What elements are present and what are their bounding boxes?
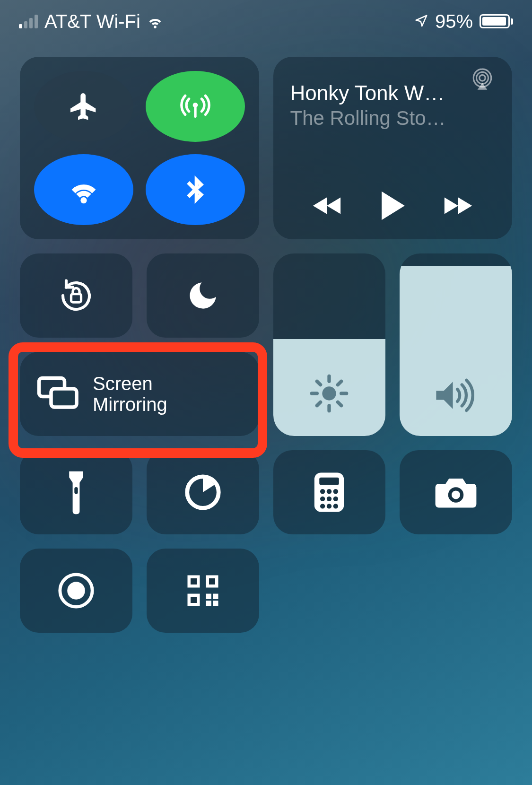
svg-rect-42 <box>209 578 215 584</box>
camera-button[interactable] <box>400 450 512 534</box>
svg-line-16 <box>338 381 341 384</box>
wifi-toggle[interactable] <box>34 154 133 225</box>
wifi-status-icon <box>147 13 163 29</box>
battery-icon <box>480 14 513 28</box>
volume-icon <box>433 376 479 416</box>
svg-point-27 <box>320 504 325 508</box>
svg-point-33 <box>67 582 85 600</box>
rewind-button[interactable] <box>310 194 343 219</box>
track-title: Honky Tonk W… <box>290 81 496 105</box>
bluetooth-toggle[interactable] <box>146 154 245 225</box>
fast-forward-button[interactable] <box>442 194 475 219</box>
screen-mirroring-icon <box>37 376 79 412</box>
svg-rect-43 <box>191 597 197 603</box>
carrier-label: AT&T Wi-Fi <box>44 11 140 32</box>
svg-point-3 <box>477 72 488 84</box>
svg-point-29 <box>333 504 338 508</box>
control-center-grid: Honky Tonk W… The Rolling Sto… Screen <box>0 43 532 652</box>
svg-rect-7 <box>51 389 77 407</box>
svg-line-14 <box>338 402 341 405</box>
svg-line-13 <box>317 381 321 384</box>
timer-button[interactable] <box>147 450 259 534</box>
screen-record-button[interactable] <box>20 549 132 633</box>
location-arrow-icon <box>414 11 428 32</box>
flashlight-button[interactable] <box>20 450 132 534</box>
airplane-mode-toggle[interactable] <box>34 71 133 142</box>
svg-rect-37 <box>206 594 211 599</box>
track-artist: The Rolling Sto… <box>290 107 496 130</box>
screen-mirroring-label: Screen Mirroring <box>93 373 167 415</box>
svg-rect-41 <box>191 578 197 584</box>
svg-point-21 <box>320 489 325 494</box>
svg-point-8 <box>323 386 336 400</box>
svg-point-25 <box>327 497 331 501</box>
cellular-data-toggle[interactable] <box>146 71 245 142</box>
battery-percent-label: 95% <box>435 11 473 32</box>
svg-rect-40 <box>213 601 218 606</box>
svg-point-31 <box>452 490 460 499</box>
svg-rect-17 <box>74 487 78 494</box>
media-controls-tile[interactable]: Honky Tonk W… The Rolling Sto… <box>273 57 513 239</box>
brightness-slider[interactable] <box>273 253 386 436</box>
svg-point-24 <box>320 497 325 501</box>
svg-point-23 <box>333 489 338 494</box>
connectivity-group[interactable] <box>20 57 259 239</box>
play-button[interactable] <box>378 190 407 223</box>
airplay-audio-icon[interactable] <box>471 68 494 94</box>
svg-rect-39 <box>206 601 211 606</box>
svg-point-22 <box>327 489 331 494</box>
calculator-button[interactable] <box>273 450 386 534</box>
screen-mirroring-button[interactable]: Screen Mirroring <box>20 352 259 436</box>
orientation-lock-toggle[interactable] <box>20 253 132 338</box>
svg-rect-38 <box>213 594 218 599</box>
volume-slider[interactable] <box>400 253 512 436</box>
svg-point-26 <box>333 497 338 501</box>
svg-point-28 <box>327 504 331 508</box>
do-not-disturb-toggle[interactable] <box>147 253 259 338</box>
brightness-icon <box>308 373 350 416</box>
svg-rect-20 <box>320 478 340 485</box>
svg-rect-5 <box>71 294 81 303</box>
svg-point-2 <box>480 75 486 81</box>
qr-code-scan-button[interactable] <box>147 549 259 633</box>
svg-line-15 <box>317 402 321 405</box>
status-bar: AT&T Wi-Fi 95% <box>0 0 532 43</box>
cellular-signal-icon <box>19 14 38 28</box>
